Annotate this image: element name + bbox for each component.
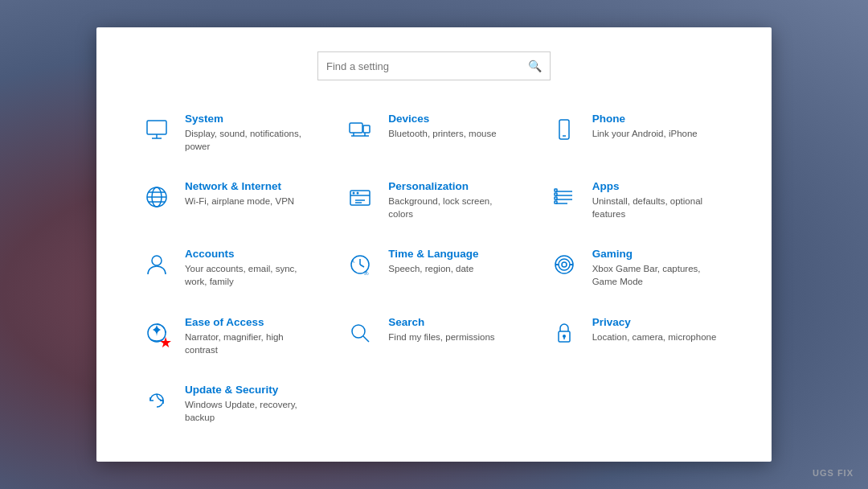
setting-item-accounts[interactable]: AccountsYour accounts, email, sync, work…: [129, 238, 332, 298]
setting-title-network: Network & Internet: [185, 180, 294, 192]
setting-item-privacy[interactable]: PrivacyLocation, camera, microphone: [536, 306, 739, 366]
system-icon: [140, 113, 174, 146]
setting-desc-update: Windows Update, recovery, backup: [185, 398, 313, 424]
personalization-icon: [343, 180, 377, 214]
svg-text:A: A: [351, 259, 354, 264]
svg-rect-26: [555, 193, 557, 195]
setting-item-search[interactable]: SearchFind my files, permissions: [332, 306, 535, 366]
setting-item-gaming[interactable]: GamingXbox Game Bar, captures, Game Mode: [536, 238, 739, 298]
setting-title-phone: Phone: [592, 113, 698, 125]
svg-point-37: [562, 262, 567, 267]
setting-item-devices[interactable]: DevicesBluetooth, printers, mouse: [332, 103, 535, 162]
setting-desc-accounts: Your accounts, email, sync, work, family: [185, 262, 313, 288]
setting-item-time[interactable]: A あ Time & LanguageSpeech, region, date: [332, 238, 535, 298]
setting-desc-privacy: Location, camera, microphone: [592, 331, 717, 343]
search-icon: [343, 316, 377, 350]
watermark: UGS FIX: [813, 468, 854, 478]
setting-item-system[interactable]: SystemDisplay, sound, notifications, pow…: [129, 103, 332, 162]
setting-desc-phone: Link your Android, iPhone: [592, 127, 698, 140]
svg-rect-3: [350, 123, 362, 133]
svg-point-41: [352, 325, 365, 338]
search-icon: 🔍: [528, 60, 542, 72]
setting-item-personalization[interactable]: PersonalizationBackground, lock screen, …: [332, 171, 535, 230]
setting-title-personalization: Personalization: [388, 180, 517, 192]
svg-rect-25: [555, 189, 557, 191]
update-icon: [140, 384, 174, 417]
phone-icon: [547, 113, 581, 146]
accounts-icon: [140, 248, 174, 281]
setting-title-accounts: Accounts: [185, 248, 313, 260]
network-icon: [140, 180, 174, 214]
setting-title-update: Update & Security: [185, 384, 313, 396]
settings-window: 🔍 SystemDisplay, sound, notifications, p…: [96, 27, 772, 462]
svg-text:あ: あ: [364, 270, 369, 276]
devices-icon: [343, 113, 377, 146]
setting-desc-apps: Uninstall, defaults, optional features: [592, 195, 721, 220]
setting-desc-personalization: Background, lock screen, colors: [388, 195, 517, 220]
svg-rect-28: [555, 201, 557, 203]
svg-rect-0: [147, 121, 166, 134]
setting-title-system: System: [185, 113, 313, 125]
setting-item-apps[interactable]: AppsUninstall, defaults, optional featur…: [536, 171, 739, 230]
setting-title-devices: Devices: [388, 113, 496, 125]
setting-desc-ease: Narrator, magnifier, high contrast: [185, 331, 313, 356]
setting-desc-gaming: Xbox Game Bar, captures, Game Mode: [592, 262, 721, 288]
setting-desc-devices: Bluetooth, printers, mouse: [388, 127, 496, 140]
setting-title-time: Time & Language: [388, 248, 478, 260]
setting-title-ease: Ease of Access: [185, 316, 313, 328]
svg-line-32: [360, 265, 364, 267]
svg-point-18: [357, 192, 359, 195]
setting-title-apps: Apps: [592, 180, 721, 192]
setting-item-update[interactable]: Update & SecurityWindows Update, recover…: [129, 374, 332, 434]
setting-title-search: Search: [388, 316, 494, 328]
setting-title-gaming: Gaming: [592, 248, 721, 260]
setting-desc-system: Display, sound, notifications, power: [185, 127, 313, 153]
star-badge: ★: [159, 335, 174, 350]
setting-item-ease[interactable]: Ease of AccessNarrator, magnifier, high …: [129, 306, 332, 366]
time-icon: A あ: [343, 248, 377, 281]
search-input[interactable]: [326, 60, 528, 72]
setting-item-network[interactable]: Network & InternetWi-Fi, airplane mode, …: [129, 171, 332, 230]
settings-grid: SystemDisplay, sound, notifications, pow…: [129, 103, 739, 434]
svg-rect-4: [363, 125, 370, 133]
svg-point-17: [353, 192, 355, 195]
setting-title-privacy: Privacy: [592, 316, 717, 328]
svg-rect-27: [555, 197, 557, 199]
svg-point-36: [559, 259, 570, 270]
setting-desc-network: Wi-Fi, airplane mode, VPN: [185, 195, 294, 208]
svg-point-29: [152, 256, 162, 265]
privacy-icon: [547, 316, 581, 350]
setting-item-phone[interactable]: PhoneLink your Android, iPhone: [536, 103, 739, 162]
gaming-icon: [547, 248, 581, 281]
apps-icon: [547, 180, 581, 214]
setting-desc-time: Speech, region, date: [388, 262, 478, 275]
search-bar[interactable]: 🔍: [317, 51, 551, 80]
setting-desc-search: Find my files, permissions: [388, 331, 494, 343]
svg-line-42: [363, 336, 369, 342]
